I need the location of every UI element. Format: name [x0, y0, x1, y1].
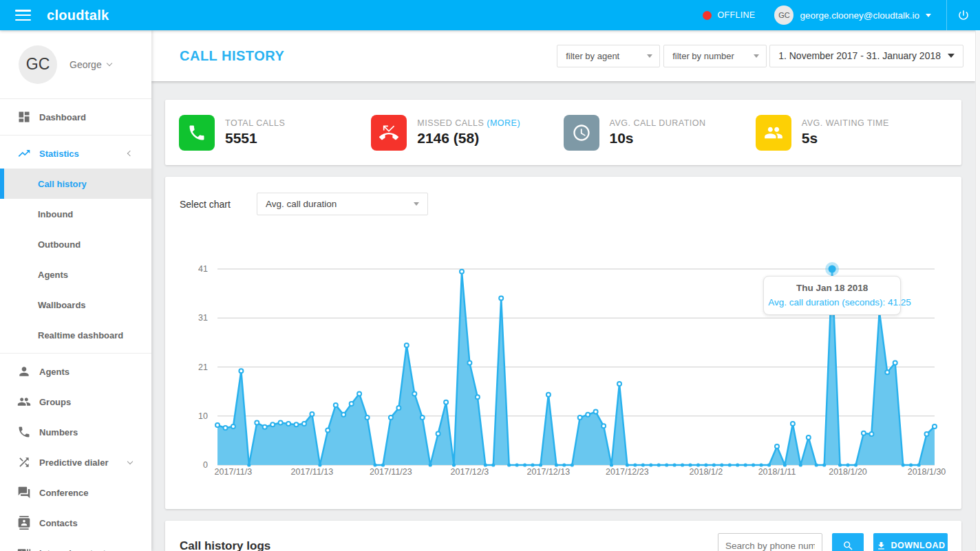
filter-number-label: filter by number: [672, 51, 754, 61]
logs-title: Call history logs: [180, 539, 270, 551]
chevron-down-icon: [414, 202, 419, 206]
svg-text:2018/1/11: 2018/1/11: [758, 467, 796, 477]
sidebar-profile: GC George: [0, 30, 151, 99]
more-link[interactable]: (MORE): [487, 118, 520, 128]
sidebar-item-agents[interactable]: Agents: [0, 356, 151, 387]
sidebar-item-conference[interactable]: Conference: [0, 477, 151, 508]
chart-card: Select chart Avg. call duration 01021314…: [165, 177, 961, 509]
contacts-icon: [17, 516, 31, 530]
chart-type-dropdown[interactable]: Avg. call duration: [257, 193, 428, 215]
divider: [0, 135, 151, 136]
svg-text:2017/12/3: 2017/12/3: [451, 467, 489, 477]
sidebar-subitem-call-history[interactable]: Call history: [0, 169, 151, 199]
svg-text:10: 10: [198, 411, 208, 421]
svg-text:2017/12/13: 2017/12/13: [527, 467, 571, 477]
svg-text:31: 31: [198, 313, 208, 323]
stat-total-calls: TOTAL CALLS5551: [179, 115, 371, 151]
sidebar-item-numbers[interactable]: Numbers: [0, 417, 151, 447]
stats-summary-card: TOTAL CALLS5551MISSED CALLS (MORE)2146 (…: [165, 100, 961, 165]
chevron-down-icon: [754, 54, 759, 58]
chevron-down-icon: [948, 54, 955, 58]
phone-icon: [179, 115, 215, 151]
chart-tooltip: Thu Jan 18 2018 Avg. call duration (seco…: [763, 276, 901, 315]
svg-text:2017/12/23: 2017/12/23: [606, 467, 649, 477]
svg-text:2018/1/2: 2018/1/2: [690, 467, 723, 477]
avatar: GC: [774, 6, 793, 25]
stat-avg-call-duration: AVG. CALL DURATION10s: [564, 115, 756, 151]
clock-icon: [564, 115, 599, 151]
svg-text:41: 41: [198, 264, 208, 274]
person-icon: [17, 365, 31, 378]
sidebar-item-groups[interactable]: Groups: [0, 387, 151, 417]
sidebar-item-predictive-dialer[interactable]: Predictive dialer: [0, 447, 151, 477]
tooltip-date: Thu Jan 18 2018: [768, 283, 896, 293]
chevron-down-icon: [106, 61, 111, 66]
profile-name: George: [70, 59, 102, 70]
stat-missed-calls: MISSED CALLS (MORE)2146 (58): [371, 115, 563, 151]
user-menu[interactable]: GC george.clooney@cloudtalk.io: [774, 6, 931, 25]
svg-text:0: 0: [203, 460, 208, 470]
sidebar-subitem-realtime-dashboard[interactable]: Realtime dashboard: [0, 320, 151, 350]
filter-by-agent-dropdown[interactable]: filter by agent: [557, 45, 660, 67]
download-button[interactable]: DOWNLOAD: [873, 533, 948, 551]
svg-text:2018/1/20: 2018/1/20: [829, 467, 867, 477]
offline-status-icon: [703, 11, 712, 20]
chat-icon: [17, 486, 31, 499]
filter-agent-label: filter by agent: [566, 51, 647, 61]
status-label: OFFLINE: [718, 10, 756, 20]
sidebar-item-contacts[interactable]: Contacts: [0, 508, 151, 538]
chart-type-value: Avg. call duration: [266, 199, 414, 209]
phone-icon: [17, 425, 31, 439]
search-button[interactable]: [832, 533, 864, 551]
search-input[interactable]: [718, 533, 822, 551]
chevron-down-icon: [127, 458, 133, 464]
chevron-down-icon: [926, 14, 931, 17]
dashboard-icon: [17, 110, 31, 124]
sidebar-subitem-outbound[interactable]: Outbound: [0, 229, 151, 259]
page-title: CALL HISTORY: [180, 48, 284, 64]
stat-value: 10s: [610, 130, 706, 147]
user-email: george.clooney@cloudtalk.io: [800, 10, 919, 21]
sidebar-item-dashboard[interactable]: Dashboard: [0, 102, 151, 132]
stat-value: 5551: [225, 130, 285, 147]
download-label: DOWNLOAD: [891, 541, 946, 550]
call-history-logs-card: Call history logs DOWNLOAD: [165, 521, 961, 551]
sidebar-subitem-inbound[interactable]: Inbound: [0, 199, 151, 229]
brand-logo: cloudtalk: [47, 8, 109, 23]
people-icon: [756, 115, 791, 151]
chevron-down-icon: [647, 54, 652, 58]
phone-missed-icon: [371, 115, 407, 151]
top-bar: cloudtalk OFFLINE GC george.clooney@clou…: [0, 0, 980, 30]
svg-text:21: 21: [198, 363, 208, 372]
status-chip[interactable]: OFFLINE: [703, 10, 756, 20]
people-icon: [17, 395, 31, 409]
contact-card-icon: [17, 546, 31, 551]
sidebar-subitem-agents[interactable]: Agents: [0, 259, 151, 290]
avatar: GC: [19, 45, 57, 84]
trending-up-icon: [17, 147, 31, 160]
date-range-picker[interactable]: 1. November 2017 - 31. January 2018: [769, 45, 963, 67]
sidebar-item-internal-contacts[interactable]: Internal contacts: [0, 538, 151, 551]
hamburger-menu-icon[interactable]: [15, 10, 31, 21]
svg-text:2017/11/3: 2017/11/3: [215, 467, 253, 477]
filter-by-number-dropdown[interactable]: filter by number: [663, 45, 767, 67]
sidebar-nav: DashboardStatisticsCall historyInboundOu…: [0, 99, 151, 551]
sidebar: GC George DashboardStatisticsCall histor…: [0, 30, 151, 551]
sidebar-item-statistics[interactable]: Statistics: [0, 138, 151, 169]
stat-avg-waiting-time: AVG. WAITING TIME5s: [756, 115, 948, 151]
shuffle-icon: [17, 455, 31, 469]
sidebar-subitem-wallboards[interactable]: Wallboards: [0, 290, 151, 320]
tooltip-value: Avg. call duration (seconds): 41.25: [768, 297, 896, 307]
svg-text:2017/11/13: 2017/11/13: [291, 467, 334, 477]
power-icon: [957, 9, 970, 21]
profile-name-dropdown[interactable]: George: [70, 59, 111, 70]
chevron-left-icon: [127, 151, 133, 156]
divider: [0, 353, 151, 354]
stat-value: 5s: [802, 130, 889, 147]
date-range-label: 1. November 2017 - 31. January 2018: [778, 50, 941, 61]
scrollbar[interactable]: [975, 30, 980, 551]
svg-text:2018/1/30: 2018/1/30: [908, 467, 946, 477]
logout-button[interactable]: [947, 0, 980, 30]
page-header: CALL HISTORY filter by agent filter by n…: [151, 30, 975, 81]
select-chart-label: Select chart: [180, 199, 231, 210]
